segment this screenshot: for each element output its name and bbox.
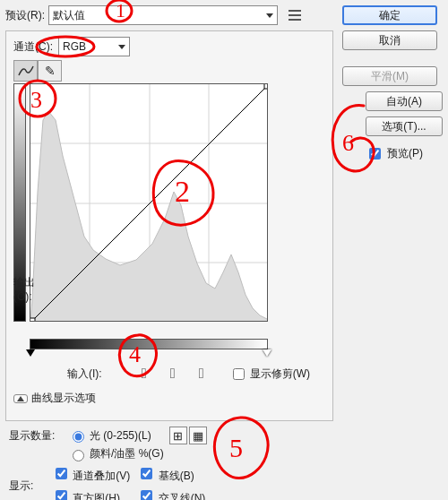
eyedropper-white[interactable]: 𖠕 (192, 364, 211, 384)
pencil-mode-button[interactable]: ✎ (38, 60, 62, 82)
preset-value: 默认值 (53, 8, 85, 23)
pencil-icon: ✎ (45, 64, 56, 78)
output-label: 输出(O): (13, 275, 49, 303)
amount-light-radio[interactable]: 光 (0-255)(L) (68, 428, 151, 444)
curve-icon (18, 65, 34, 77)
curves-graph[interactable] (30, 83, 268, 322)
preset-menu-icon[interactable] (287, 7, 303, 23)
curves-dialog: 预设(R): 默认值 通道(C): RGB (0, 0, 448, 500)
channel-label: 通道(C): (13, 39, 53, 55)
eyedropper-black[interactable]: 𖠕 (134, 364, 154, 384)
grid-fine-icon[interactable]: ▦ (189, 427, 207, 444)
channel-dropdown[interactable]: RGB (58, 37, 130, 56)
smooth-button[interactable]: 平滑(M) (342, 66, 437, 86)
grid-coarse-icon[interactable]: ⊞ (169, 427, 187, 444)
auto-button[interactable]: 自动(A) (366, 91, 443, 111)
curves-panel: 通道(C): RGB ✎ (5, 30, 333, 421)
chevron-down-icon (118, 45, 125, 49)
show-intersection-check[interactable]: 交叉线(N) (137, 487, 205, 500)
cancel-button[interactable]: 取消 (342, 30, 437, 50)
options-button[interactable]: 选项(T)... (366, 116, 443, 136)
eyedropper-gray[interactable]: 𖠕 (163, 364, 183, 384)
input-gradient (30, 339, 268, 349)
curve-options-toggle[interactable]: 曲线显示选项 (13, 391, 325, 406)
curve-handle-white[interactable] (264, 84, 268, 89)
show-clipping-checkbox[interactable] (233, 368, 245, 380)
show-baseline-check[interactable]: 基线(B) (137, 465, 205, 484)
amount-pigment-radio[interactable]: 颜料/油墨 %(G) (68, 446, 164, 461)
chevron-down-icon (266, 13, 273, 18)
show-label: 显示: (9, 478, 45, 494)
black-point-slider[interactable] (26, 349, 35, 357)
preset-label: 预设(R): (5, 8, 45, 23)
curve-mode-button[interactable] (13, 60, 38, 82)
show-clipping-check[interactable]: 显示修剪(W) (229, 366, 310, 383)
show-overlay-check[interactable]: 通道叠加(V) (52, 465, 130, 484)
show-histogram-check[interactable]: 直方图(H) (52, 487, 130, 500)
channel-value: RGB (63, 40, 86, 53)
white-point-slider[interactable] (263, 349, 271, 357)
ok-button[interactable]: 确定 (342, 5, 437, 25)
curve-handle-black[interactable] (30, 318, 35, 322)
preset-dropdown[interactable]: 默认值 (48, 5, 278, 25)
chevron-up-icon (17, 396, 24, 401)
amount-label: 显示数量: (9, 428, 63, 444)
preview-check[interactable]: 预览(P) (366, 145, 437, 162)
input-sliders[interactable] (30, 349, 268, 358)
input-label: 输入(I): (67, 366, 102, 382)
